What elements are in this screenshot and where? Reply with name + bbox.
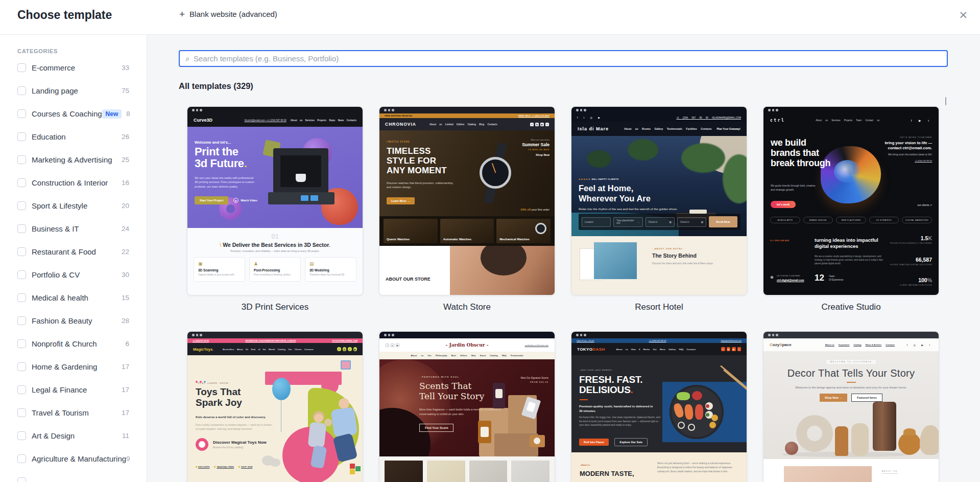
category-label: Restaurant & Food	[32, 247, 96, 256]
search-input[interactable]	[194, 54, 941, 63]
checkbox[interactable]	[17, 224, 26, 233]
vase-shape	[920, 425, 939, 455]
template-preview[interactable]: f ◎ ▶ - Jardin Obscur - jardinobscur@ema…	[379, 331, 555, 482]
preview-hero: - your sushi, your moment - FRESH. FAST.…	[571, 355, 747, 452]
checkbox[interactable]	[17, 477, 26, 482]
roll-into-flavor-button: Roll Into Flavor	[579, 439, 609, 446]
checkbox[interactable]	[17, 408, 26, 417]
close-icon[interactable]: ✕	[957, 7, 970, 24]
template-card-creative-studio[interactable]: ctrl About us Services Projects Team Con…	[763, 106, 939, 312]
sidebar-item-restaurant-food[interactable]: Restaurant & Food 22	[17, 246, 129, 257]
template-card-tokyodash[interactable]: Open 8 am - 10 pm +1 (234) 567 89 00 tok…	[571, 331, 747, 482]
sidebar-item-education[interactable]: Education 26	[17, 131, 129, 142]
checkbox[interactable]	[17, 339, 26, 348]
browser-chrome	[379, 332, 555, 338]
sidebar-item-fashion-beauty[interactable]: Fashion & Beauty 28	[17, 315, 129, 326]
checkbox[interactable]	[17, 385, 26, 394]
checkbox[interactable]	[17, 247, 26, 256]
checkbox[interactable]	[17, 109, 26, 118]
template-card-cozyspace[interactable]: CozySpace About usInspirationCatalogNews…	[763, 331, 939, 482]
template-preview[interactable]: ctrl About us Services Projects Team Con…	[763, 106, 939, 295]
process-icon: ♟	[254, 261, 296, 266]
category-count: 22	[122, 248, 129, 256]
checkbox[interactable]	[17, 454, 26, 463]
template-preview[interactable]: f t ◎ ▶ +1 (234) 567 89 90 ISLADIMARE@EM…	[571, 106, 747, 295]
facebook-icon: f	[337, 347, 341, 351]
checkbox[interactable]	[17, 132, 26, 141]
template-card-resort-hotel[interactable]: f t ◎ ▶ +1 (234) 567 89 90 ISLADIMARE@EM…	[571, 106, 747, 312]
modal-header: Choose template + Blank website (advance…	[0, 0, 980, 35]
template-preview[interactable]: +1 (234) 567 89 90 SHOWROOM: 123A EGREMO…	[187, 331, 363, 482]
contact-info: +1 (234) 567 89 90 ISLADIMARE@EMAIL.COM	[676, 117, 741, 119]
sidebar-item-art-design[interactable]: Art & Design 11	[17, 430, 129, 441]
template-card-magic-toys[interactable]: +1 (234) 567 89 90 SHOWROOM: 123A EGREMO…	[187, 331, 363, 482]
preview-header: ctrl About us Services Projects Team Con…	[763, 113, 939, 127]
sidebar-item-sport-lifestyle[interactable]: Sport & Lifestyle 20	[17, 200, 129, 211]
checkbox[interactable]	[17, 431, 26, 440]
arrow-up-right-icon: ↗	[930, 203, 932, 206]
template-title: Watch Store	[379, 302, 555, 312]
checkbox[interactable]	[17, 293, 26, 302]
about-badge: ABOUT US	[882, 470, 898, 474]
category-label: Sport & Lifestyle	[32, 201, 87, 210]
template-preview[interactable]: Open 8 am - 10 pm +1 (234) 567 89 00 tok…	[571, 331, 747, 482]
checkbox[interactable]	[17, 63, 26, 72]
sidebar-item-business-it[interactable]: Business & IT 24	[17, 223, 129, 234]
top-bar: Open 8 am - 10 pm +1 (234) 567 89 00 tok…	[571, 338, 747, 343]
template-preview[interactable]: Curve3D 3d.print@email.com • +1 (234) 56…	[187, 106, 363, 295]
sidebar-item-courses-coaching[interactable]: Courses & Coaching New 8	[17, 108, 129, 119]
checkbox[interactable]	[17, 86, 26, 95]
sidebar-item-marketing-advertising[interactable]: Marketing & Advertising 25	[17, 154, 129, 165]
category-count: 30	[122, 271, 129, 279]
categories-heading: CATEGORIES	[17, 48, 129, 54]
template-card-jardin-obscur[interactable]: f ◎ ▶ - Jardin Obscur - jardinobscur@ema…	[379, 331, 555, 482]
checkbox[interactable]	[17, 316, 26, 325]
search-box[interactable]: ⌕	[179, 50, 948, 67]
checkbox[interactable]	[17, 270, 26, 279]
bunny-icon	[196, 438, 208, 451]
categories-sidebar: CATEGORIES E-commerce 33 Landing page 75…	[0, 35, 147, 482]
template-card-watch-store[interactable]: FREE SHIPPING FROM $50 NEED HELP: +1 (80…	[379, 106, 555, 312]
sidebar-item-portfolio-cv[interactable]: Portfolio & CV 30	[17, 269, 129, 280]
promo-strip: FREE SHIPPING FROM $50 NEED HELP: +1 (80…	[379, 113, 555, 118]
template-preview[interactable]: CozySpace About usInspirationCatalogNews…	[763, 331, 939, 482]
sidebar-item-medical-health[interactable]: Medical & health 15	[17, 292, 129, 303]
sidebar-item-e-commerce[interactable]: E-commerce 33	[17, 62, 129, 73]
search-icon: ⌕	[185, 54, 190, 63]
checkbox[interactable]	[17, 201, 26, 210]
template-preview[interactable]: FREE SHIPPING FROM $50 NEED HELP: +1 (80…	[379, 106, 555, 295]
social-icons: f ▶ t	[911, 119, 932, 122]
learn-more-button: Learn More →	[387, 197, 415, 204]
sidebar-item-nonprofit-church[interactable]: Nonprofit & Church 6	[17, 338, 129, 349]
social-icons: f ◎ ▶ t	[907, 343, 933, 347]
sidebar-item-legal-finance[interactable]: Legal & Finance 17	[17, 384, 129, 395]
category-count: 15	[122, 294, 129, 302]
preview-nav: Bestsellers About Us Deal of the Month C…	[223, 348, 314, 351]
template-title: Creative Studio	[763, 302, 939, 312]
twitter-icon: t	[545, 123, 549, 126]
scan-icon: ▣	[198, 261, 241, 266]
plus-icon: +	[179, 9, 185, 19]
watch-video-link: ▶ Watch Video	[233, 198, 257, 203]
tile-mechanical: Mechanical Watches	[496, 219, 551, 243]
feature-card: ▣ 3D Scanning Capture details of your pr…	[194, 257, 245, 282]
vase-shape	[873, 402, 896, 451]
checkbox[interactable]	[17, 178, 26, 187]
sidebar-item-travel-tourism[interactable]: Travel & Tourism 17	[17, 407, 129, 418]
checkbox[interactable]	[17, 362, 26, 371]
sidebar-item-partial[interactable]	[17, 476, 129, 482]
scrollbar-thumb[interactable]	[945, 97, 947, 105]
booking-bar: Location Type placeholder text⌄ Check-in…	[579, 214, 740, 230]
template-card-3d-print-services[interactable]: Curve3D 3d.print@email.com • +1 (234) 56…	[187, 106, 363, 312]
preview-section: 01 \ We Deliver the Best Services in 3D …	[187, 228, 363, 295]
location-field: Location	[582, 217, 611, 227]
blank-website-button[interactable]: + Blank website (advanced)	[179, 9, 277, 19]
sidebar-item-home-gardening[interactable]: Home & Gardening 17	[17, 361, 129, 372]
about-band: ABOUT OUR STORE	[379, 246, 555, 295]
category-count: 28	[122, 317, 129, 325]
sidebar-item-agriculture-manufacturing[interactable]: Agriculture & Manufacturing 9	[17, 453, 129, 464]
sidebar-item-landing-page[interactable]: Landing page 75	[17, 85, 129, 96]
sidebar-item-construction-interior[interactable]: Construction & Interior 16	[17, 177, 129, 188]
hero-heading: Feel at Home,Wherever You Are	[579, 183, 651, 203]
checkbox[interactable]	[17, 155, 26, 164]
